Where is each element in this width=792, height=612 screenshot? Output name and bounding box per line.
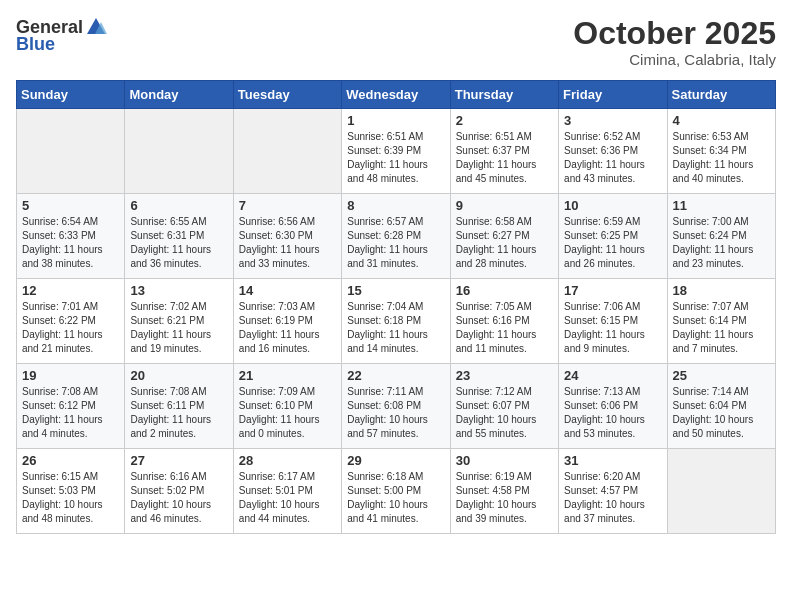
day-info: Sunrise: 6:51 AMSunset: 6:39 PMDaylight:…	[347, 130, 444, 186]
day-info: Sunrise: 7:00 AMSunset: 6:24 PMDaylight:…	[673, 215, 770, 271]
day-cell: 22Sunrise: 7:11 AMSunset: 6:08 PMDayligh…	[342, 364, 450, 449]
day-cell: 1Sunrise: 6:51 AMSunset: 6:39 PMDaylight…	[342, 109, 450, 194]
day-number: 23	[456, 368, 553, 383]
month-title: October 2025	[573, 16, 776, 51]
day-number: 25	[673, 368, 770, 383]
day-number: 7	[239, 198, 336, 213]
day-number: 30	[456, 453, 553, 468]
day-info: Sunrise: 7:11 AMSunset: 6:08 PMDaylight:…	[347, 385, 444, 441]
logo-text: General Blue	[16, 16, 107, 55]
day-number: 26	[22, 453, 119, 468]
page-header: General Blue October 2025 Cimina, Calabr…	[16, 16, 776, 68]
day-info: Sunrise: 6:18 AMSunset: 5:00 PMDaylight:…	[347, 470, 444, 526]
day-number: 17	[564, 283, 661, 298]
header-wednesday: Wednesday	[342, 81, 450, 109]
day-cell: 5Sunrise: 6:54 AMSunset: 6:33 PMDaylight…	[17, 194, 125, 279]
day-number: 9	[456, 198, 553, 213]
title-section: October 2025 Cimina, Calabria, Italy	[573, 16, 776, 68]
day-cell: 13Sunrise: 7:02 AMSunset: 6:21 PMDayligh…	[125, 279, 233, 364]
day-number: 13	[130, 283, 227, 298]
day-info: Sunrise: 7:02 AMSunset: 6:21 PMDaylight:…	[130, 300, 227, 356]
day-cell: 24Sunrise: 7:13 AMSunset: 6:06 PMDayligh…	[559, 364, 667, 449]
week-row-4: 19Sunrise: 7:08 AMSunset: 6:12 PMDayligh…	[17, 364, 776, 449]
day-cell: 20Sunrise: 7:08 AMSunset: 6:11 PMDayligh…	[125, 364, 233, 449]
day-cell	[233, 109, 341, 194]
day-info: Sunrise: 7:03 AMSunset: 6:19 PMDaylight:…	[239, 300, 336, 356]
day-number: 16	[456, 283, 553, 298]
day-info: Sunrise: 7:14 AMSunset: 6:04 PMDaylight:…	[673, 385, 770, 441]
header-monday: Monday	[125, 81, 233, 109]
day-info: Sunrise: 7:08 AMSunset: 6:12 PMDaylight:…	[22, 385, 119, 441]
day-cell	[667, 449, 775, 534]
day-number: 29	[347, 453, 444, 468]
day-info: Sunrise: 6:59 AMSunset: 6:25 PMDaylight:…	[564, 215, 661, 271]
day-info: Sunrise: 6:53 AMSunset: 6:34 PMDaylight:…	[673, 130, 770, 186]
day-cell: 18Sunrise: 7:07 AMSunset: 6:14 PMDayligh…	[667, 279, 775, 364]
header-friday: Friday	[559, 81, 667, 109]
week-row-2: 5Sunrise: 6:54 AMSunset: 6:33 PMDaylight…	[17, 194, 776, 279]
header-saturday: Saturday	[667, 81, 775, 109]
day-info: Sunrise: 6:15 AMSunset: 5:03 PMDaylight:…	[22, 470, 119, 526]
day-number: 3	[564, 113, 661, 128]
day-info: Sunrise: 6:51 AMSunset: 6:37 PMDaylight:…	[456, 130, 553, 186]
weekday-header-row: Sunday Monday Tuesday Wednesday Thursday…	[17, 81, 776, 109]
day-number: 1	[347, 113, 444, 128]
logo-icon	[85, 16, 107, 38]
day-info: Sunrise: 6:54 AMSunset: 6:33 PMDaylight:…	[22, 215, 119, 271]
day-number: 20	[130, 368, 227, 383]
day-cell: 4Sunrise: 6:53 AMSunset: 6:34 PMDaylight…	[667, 109, 775, 194]
day-info: Sunrise: 7:01 AMSunset: 6:22 PMDaylight:…	[22, 300, 119, 356]
day-number: 2	[456, 113, 553, 128]
logo: General Blue	[16, 16, 107, 55]
day-number: 4	[673, 113, 770, 128]
day-info: Sunrise: 6:20 AMSunset: 4:57 PMDaylight:…	[564, 470, 661, 526]
day-cell: 27Sunrise: 6:16 AMSunset: 5:02 PMDayligh…	[125, 449, 233, 534]
day-number: 10	[564, 198, 661, 213]
day-info: Sunrise: 6:19 AMSunset: 4:58 PMDaylight:…	[456, 470, 553, 526]
day-cell: 11Sunrise: 7:00 AMSunset: 6:24 PMDayligh…	[667, 194, 775, 279]
day-cell: 8Sunrise: 6:57 AMSunset: 6:28 PMDaylight…	[342, 194, 450, 279]
day-number: 18	[673, 283, 770, 298]
day-info: Sunrise: 6:52 AMSunset: 6:36 PMDaylight:…	[564, 130, 661, 186]
day-number: 5	[22, 198, 119, 213]
day-info: Sunrise: 6:17 AMSunset: 5:01 PMDaylight:…	[239, 470, 336, 526]
day-cell: 9Sunrise: 6:58 AMSunset: 6:27 PMDaylight…	[450, 194, 558, 279]
day-cell: 16Sunrise: 7:05 AMSunset: 6:16 PMDayligh…	[450, 279, 558, 364]
day-cell: 23Sunrise: 7:12 AMSunset: 6:07 PMDayligh…	[450, 364, 558, 449]
day-cell: 28Sunrise: 6:17 AMSunset: 5:01 PMDayligh…	[233, 449, 341, 534]
day-number: 27	[130, 453, 227, 468]
day-cell: 3Sunrise: 6:52 AMSunset: 6:36 PMDaylight…	[559, 109, 667, 194]
day-info: Sunrise: 6:16 AMSunset: 5:02 PMDaylight:…	[130, 470, 227, 526]
day-cell: 29Sunrise: 6:18 AMSunset: 5:00 PMDayligh…	[342, 449, 450, 534]
day-number: 21	[239, 368, 336, 383]
day-cell: 10Sunrise: 6:59 AMSunset: 6:25 PMDayligh…	[559, 194, 667, 279]
day-cell: 2Sunrise: 6:51 AMSunset: 6:37 PMDaylight…	[450, 109, 558, 194]
day-info: Sunrise: 7:09 AMSunset: 6:10 PMDaylight:…	[239, 385, 336, 441]
header-sunday: Sunday	[17, 81, 125, 109]
day-number: 6	[130, 198, 227, 213]
day-cell: 6Sunrise: 6:55 AMSunset: 6:31 PMDaylight…	[125, 194, 233, 279]
day-cell: 12Sunrise: 7:01 AMSunset: 6:22 PMDayligh…	[17, 279, 125, 364]
day-info: Sunrise: 7:04 AMSunset: 6:18 PMDaylight:…	[347, 300, 444, 356]
day-info: Sunrise: 6:57 AMSunset: 6:28 PMDaylight:…	[347, 215, 444, 271]
day-cell: 25Sunrise: 7:14 AMSunset: 6:04 PMDayligh…	[667, 364, 775, 449]
day-cell: 26Sunrise: 6:15 AMSunset: 5:03 PMDayligh…	[17, 449, 125, 534]
day-number: 28	[239, 453, 336, 468]
location-title: Cimina, Calabria, Italy	[573, 51, 776, 68]
day-info: Sunrise: 6:58 AMSunset: 6:27 PMDaylight:…	[456, 215, 553, 271]
day-info: Sunrise: 6:56 AMSunset: 6:30 PMDaylight:…	[239, 215, 336, 271]
day-info: Sunrise: 7:08 AMSunset: 6:11 PMDaylight:…	[130, 385, 227, 441]
header-thursday: Thursday	[450, 81, 558, 109]
day-number: 14	[239, 283, 336, 298]
week-row-3: 12Sunrise: 7:01 AMSunset: 6:22 PMDayligh…	[17, 279, 776, 364]
day-cell: 19Sunrise: 7:08 AMSunset: 6:12 PMDayligh…	[17, 364, 125, 449]
day-cell: 21Sunrise: 7:09 AMSunset: 6:10 PMDayligh…	[233, 364, 341, 449]
calendar-table: Sunday Monday Tuesday Wednesday Thursday…	[16, 80, 776, 534]
header-tuesday: Tuesday	[233, 81, 341, 109]
day-cell: 14Sunrise: 7:03 AMSunset: 6:19 PMDayligh…	[233, 279, 341, 364]
day-cell: 7Sunrise: 6:56 AMSunset: 6:30 PMDaylight…	[233, 194, 341, 279]
day-number: 11	[673, 198, 770, 213]
day-cell	[17, 109, 125, 194]
day-cell: 30Sunrise: 6:19 AMSunset: 4:58 PMDayligh…	[450, 449, 558, 534]
day-info: Sunrise: 7:12 AMSunset: 6:07 PMDaylight:…	[456, 385, 553, 441]
